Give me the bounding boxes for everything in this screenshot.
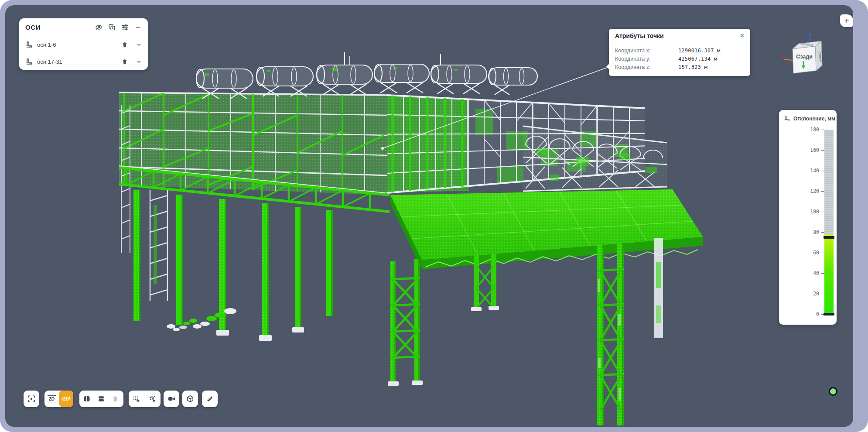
toolbar-group-layout — [79, 391, 123, 407]
measure-ruler-button[interactable] — [202, 391, 218, 407]
coordinate-z-row: Координата z: 157.323 м — [615, 63, 744, 72]
rotate-arc-icon — [61, 394, 72, 404]
colorbar-gradient — [824, 239, 834, 313]
legend-tick-100: 100 — [779, 209, 819, 215]
trash-icon[interactable] — [121, 41, 128, 48]
colorbar-lower-handle[interactable] — [824, 313, 834, 315]
toolbar-group-points — [129, 391, 161, 407]
fit-view-button[interactable] — [24, 391, 39, 407]
colorbar-masked-range — [824, 130, 834, 234]
toolbar-group-view-mode: 2D 3D — [44, 391, 73, 407]
axes-list-item-1[interactable]: оси 1-6 — [19, 36, 148, 53]
cube-front-label: Сзади — [796, 54, 813, 60]
trash-icon[interactable] — [121, 58, 128, 65]
chevron-down-icon[interactable] — [135, 41, 143, 48]
status-indicator-dot — [829, 387, 837, 396]
view-2d-label: 2D — [48, 395, 56, 402]
legend-tick-20: 20 — [779, 291, 819, 297]
video-camera-button[interactable] — [164, 391, 179, 407]
coordinate-x-value: 1290016.307 м — [678, 47, 721, 55]
axes-item-label: оси 17-31 — [37, 58, 62, 65]
toolbar-group-cube — [182, 391, 198, 407]
toolbar-group-fit — [24, 391, 39, 407]
coordinate-x-row: Координата x: 1290016.307 м — [615, 47, 744, 55]
coordinate-x-label: Координата x: — [615, 47, 678, 55]
coordinate-z-label: Координата z: — [615, 63, 678, 72]
right-tower — [597, 238, 663, 425]
axes-icon — [25, 41, 33, 48]
coordinate-y-row: Координата y: 425067.134 м — [615, 55, 744, 63]
select-points-button[interactable] — [129, 391, 144, 407]
toolbar-group-measure — [202, 391, 218, 407]
axes-panel: ОСИ — [19, 18, 148, 70]
axes-icon — [25, 58, 33, 65]
deviation-legend: Отклонение, мм 180 160 140 120 100 80 60… — [779, 110, 837, 325]
layers-horizontal-button[interactable] — [94, 391, 108, 407]
chevron-down-icon[interactable] — [135, 58, 143, 65]
collapse-minus-icon[interactable] — [134, 24, 142, 31]
right-vessel-cradles — [523, 126, 667, 191]
view-3d-button[interactable]: 3D — [59, 391, 73, 407]
legend-tick-40: 40 — [779, 270, 819, 276]
remove-points-button[interactable] — [144, 391, 160, 407]
viewer-canvas[interactable]: ОСИ — [5, 5, 853, 427]
cube-view-button[interactable] — [182, 391, 198, 407]
close-icon[interactable]: × — [740, 32, 744, 39]
point-attributes-tooltip: Атрибуты точки × Координата x: 1290016.3… — [609, 29, 750, 76]
navigation-cube[interactable]: X Сверху Слева Сзади — [779, 31, 832, 82]
support-columns — [133, 190, 333, 341]
copy-plus-icon[interactable] — [108, 24, 116, 31]
coordinate-z-value: 157.323 м — [678, 63, 707, 72]
axes-item-label: оси 1-6 — [37, 41, 56, 48]
app-frame: ОСИ — [0, 0, 868, 432]
axes-panel-header: ОСИ — [19, 18, 148, 36]
split-view-button[interactable] — [79, 391, 94, 407]
ruler-axes-icon — [784, 115, 790, 122]
filter-sliders-icon[interactable] — [121, 24, 129, 31]
view-2d-button[interactable]: 2D — [44, 391, 59, 407]
axes-list-item-2[interactable]: оси 17-31 — [19, 53, 148, 70]
toolbar-group-camera — [164, 391, 179, 407]
eye-off-icon[interactable] — [95, 24, 103, 31]
front-tower — [388, 259, 423, 386]
deviation-color-bar[interactable] — [824, 130, 834, 316]
legend-tick-180: 180 — [779, 127, 819, 133]
coordinate-y-value: 425067.134 м — [678, 55, 717, 63]
tooltip-title: Атрибуты точки — [615, 32, 664, 39]
x-axis-label: X — [780, 55, 783, 59]
axes-panel-title: ОСИ — [25, 24, 41, 31]
legend-tick-120: 120 — [779, 188, 819, 194]
legend-tick-80: 80 — [779, 229, 819, 235]
pipe-rack-modules — [196, 52, 537, 99]
add-view-button[interactable]: + — [840, 14, 853, 27]
legend-title: Отклонение, мм — [793, 116, 835, 122]
legend-tick-160: 160 — [779, 147, 819, 153]
legend-tick-60: 60 — [779, 250, 819, 256]
legend-tick-0: 0 — [779, 311, 819, 317]
coordinate-y-label: Координата y: — [615, 55, 678, 63]
legend-tick-140: 140 — [779, 168, 819, 174]
trash-icon-button[interactable] — [108, 391, 123, 407]
